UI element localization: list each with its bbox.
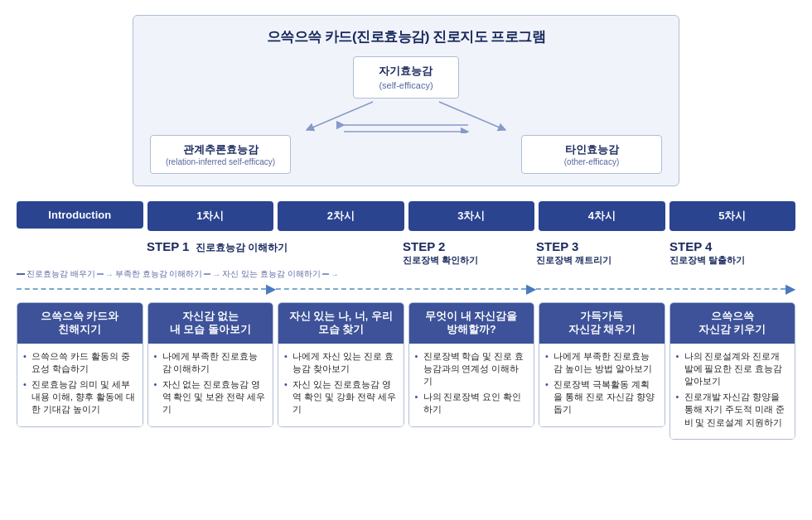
header-2: 2차시 — [278, 201, 404, 231]
step3-label: STEP 3 진로장벽 깨트리기 — [533, 239, 662, 267]
card-4-header: 가득가득자신감 채우기 — [539, 303, 665, 344]
self-efficacy-sub: (self-efficacy) — [379, 80, 433, 90]
diagram-arrows — [150, 100, 662, 133]
diagram-title: 으쓱으쓱 카드(진로효능감) 진로지도 프로그램 — [150, 27, 662, 46]
list-item: 자신 없는 진로효능감 영역 확인 및 보완 전략 세우기 — [154, 378, 268, 416]
list-item: 나의 진로장벽 요인 확인하기 — [415, 391, 529, 416]
arrow-right-2: → — [212, 270, 220, 279]
list-item: 진로효능감 의미 및 세부 내용 이해, 향후 활동에 대한 기대감 높이기 — [23, 378, 137, 416]
step2-label: STEP 2 진로장벽 확인하기 — [399, 239, 529, 267]
header-3: 3차시 — [408, 201, 535, 231]
card-1-list: 나에게 부족한 진로효능감 이해하기 자신 없는 진로효능감 영역 확인 및 보… — [154, 350, 268, 416]
list-item: 나에게 부족한 진로효능감 이해하기 — [154, 350, 268, 375]
card-5-list: 나의 진로설계와 진로개발에 필요한 진로 효능감 알아보기 진로개발 자신감 … — [676, 350, 790, 429]
other-efficacy-box: 타인효능감 (other-efficacy) — [521, 135, 662, 174]
main-container: 으쓱으쓱 카드(진로효능감) 진로지도 프로그램 자기효능감 (self-eff… — [0, 0, 812, 455]
bottom-boxes: 관계추론효능감 (relation-inferred self-efficacy… — [150, 135, 662, 174]
card-5-header: 으쓱으쓱자신감 키우기 — [670, 303, 795, 344]
list-item: 나에게 자신 있는 진로 효능감 찾아보기 — [284, 350, 398, 375]
header-intro: Introduction — [17, 201, 143, 229]
card-0: 으쓱으쓱 카드와친해지기 으쓱으쓱 카드 활동의 중요성 학습하기 진로효능감 … — [17, 302, 143, 427]
other-label: 타인효능감 — [565, 143, 619, 156]
arrow-label-3: 자신 있는 효능감 이해하기 — [222, 268, 320, 280]
card-0-header: 으쓱으쓱 카드와친해지기 — [17, 303, 143, 344]
dotted-line: ▶ ▶ ▶ — [17, 282, 795, 296]
header-5: 5차시 — [669, 201, 796, 231]
dotted-seg-2 — [276, 288, 525, 290]
card-2: 자신 있는 나, 너, 우리모습 찾기 나에게 자신 있는 진로 효능감 찾아보… — [278, 302, 404, 427]
arrow-label-2: 부족한 효능감 이해하기 — [115, 268, 203, 280]
step1-title: STEP 1 진로효능감 이해하기 — [147, 239, 288, 255]
dotted-arrow-3: ▶ — [785, 282, 795, 296]
list-item: 진로장벽 학습 및 진로 효능감과의 연계성 이해하기 — [415, 350, 529, 388]
dotted-arrow-2: ▶ — [526, 282, 536, 296]
card-3-header: 무엇이 내 자신감을방해할까? — [409, 303, 534, 344]
arrow-labels: 진로효능감 배우기 → 부족한 효능감 이해하기 → 자신 있는 효능감 이해하… — [17, 268, 795, 280]
self-efficacy-box: 자기효능감 (self-efficacy) — [353, 56, 458, 99]
card-4: 가득가득자신감 채우기 나에게 부족한 진로효능감 높이는 방법 알아보기 진로… — [539, 302, 665, 427]
dotted-seg-3 — [536, 288, 785, 290]
svg-line-0 — [307, 102, 373, 130]
step4-label: STEP 4 진로장벽 탈출하기 — [666, 239, 795, 267]
card-3-body: 진로장벽 학습 및 진로 효능감과의 연계성 이해하기 나의 진로장벽 요인 확… — [409, 344, 534, 426]
step-headers-row: Introduction 1차시 2차시 3차시 4차시 5차시 — [17, 201, 795, 231]
card-1: 자신감 없는내 모습 돌아보기 나에게 부족한 진로효능감 이해하기 자신 없는… — [147, 302, 274, 427]
card-3-list: 진로장벽 학습 및 진로 효능감과의 연계성 이해하기 나의 진로장벽 요인 확… — [415, 350, 529, 416]
card-5-body: 나의 진로설계와 진로개발에 필요한 진로 효능감 알아보기 진로개발 자신감 … — [670, 344, 795, 439]
top-diagram: 으쓱으쓱 카드(진로효능감) 진로지도 프로그램 자기효능감 (self-eff… — [133, 15, 679, 186]
header-1: 1차시 — [147, 201, 274, 231]
relation-inferred-box: 관계추론효능감 (relation-inferred self-efficacy… — [150, 135, 291, 174]
list-item: 나의 진로설계와 진로개발에 필요한 진로 효능감 알아보기 — [676, 350, 790, 388]
card-3: 무엇이 내 자신감을방해할까? 진로장벽 학습 및 진로 효능감과의 연계성 이… — [408, 302, 535, 427]
card-2-body: 나에게 자신 있는 진로 효능감 찾아보기 자신 있는 진로효능감 영역 확인 … — [278, 344, 404, 426]
self-efficacy-label: 자기효능감 — [379, 65, 433, 77]
dotted-arrow-1: ▶ — [266, 282, 276, 296]
list-item: 자신 있는 진로효능감 영역 확인 및 강화 전략 세우기 — [284, 378, 398, 416]
list-item: 진로장벽 극복활동 계획을 통해 진로 자신감 향양 돕기 — [545, 378, 659, 416]
list-item: 진로개발 자신감 향양을 통해 자기 주도적 미래 준비 및 진로설계 지원하기 — [676, 391, 790, 429]
dash1 — [17, 273, 25, 275]
step1-label: STEP 1 진로효능감 이해하기 — [143, 239, 395, 255]
arrow-right-1: → — [105, 270, 114, 279]
header-4: 4차시 — [539, 201, 665, 231]
svg-line-1 — [439, 102, 505, 130]
other-sub: (other-efficacy) — [535, 157, 648, 166]
diagram-content: 자기효능감 (self-efficacy) — [150, 56, 662, 174]
card-0-list: 으쓱으쓱 카드 활동의 중요성 학습하기 진로효능감 의미 및 세부 내용 이해… — [23, 350, 137, 416]
card-1-header: 자신감 없는내 모습 돌아보기 — [148, 303, 273, 344]
list-item: 나에게 부족한 진로효능감 높이는 방법 알아보기 — [545, 350, 659, 375]
steps-area: STEP 1 진로효능감 이해하기 STEP 2 진로장벽 확인하기 STEP … — [17, 239, 795, 296]
list-item: 으쓱으쓱 카드 활동의 중요성 학습하기 — [23, 350, 137, 375]
card-2-list: 나에게 자신 있는 진로 효능감 찾아보기 자신 있는 진로효능감 영역 확인 … — [284, 350, 398, 416]
arrow-right-3: → — [331, 270, 339, 279]
card-0-body: 으쓱으쓱 카드 활동의 중요성 학습하기 진로효능감 의미 및 세부 내용 이해… — [17, 344, 143, 426]
cards-row: 으쓱으쓱 카드와친해지기 으쓱으쓱 카드 활동의 중요성 학습하기 진로효능감 … — [17, 302, 795, 440]
card-4-list: 나에게 부족한 진로효능감 높이는 방법 알아보기 진로장벽 극복활동 계획을 … — [545, 350, 659, 416]
card-1-body: 나에게 부족한 진로효능감 이해하기 자신 없는 진로효능감 영역 확인 및 보… — [148, 344, 273, 426]
card-2-header: 자신 있는 나, 너, 우리모습 찾기 — [278, 303, 404, 344]
card-5: 으쓱으쓱자신감 키우기 나의 진로설계와 진로개발에 필요한 진로 효능감 알아… — [669, 302, 796, 440]
card-4-body: 나에게 부족한 진로효능감 높이는 방법 알아보기 진로장벽 극복활동 계획을 … — [539, 344, 665, 426]
relation-sub: (relation-inferred self-efficacy) — [164, 157, 277, 166]
relation-label: 관계추론효능감 — [183, 143, 259, 156]
arrow-label-1: 진로효능감 배우기 — [27, 268, 95, 280]
dotted-seg-1 — [17, 288, 266, 290]
